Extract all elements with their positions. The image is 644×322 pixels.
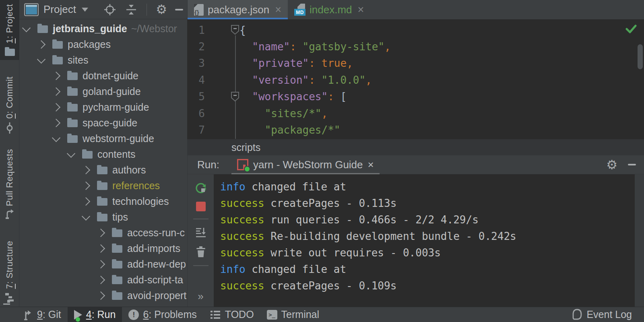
console-line: success Re-building development bundle -… [220, 228, 635, 244]
gear-icon[interactable]: ⚙ [156, 3, 167, 16]
code-token: true [322, 57, 347, 69]
statusbar-item-6-problems[interactable]: !6: Problems [122, 307, 203, 322]
statusbar-item-terminal[interactable]: >_Terminal [260, 307, 326, 322]
chevron-down-icon[interactable] [37, 55, 45, 64]
tree-row-tips[interactable]: tips [19, 209, 187, 225]
chevron-right-icon[interactable] [97, 276, 105, 284]
code-token: "packages/*" [265, 124, 341, 136]
stop-icon[interactable] [196, 202, 206, 211]
chevron-down-icon[interactable] [82, 212, 90, 221]
close-icon[interactable]: × [368, 159, 374, 171]
chevron-right-icon[interactable] [52, 103, 60, 111]
chevron-right-icon[interactable] [52, 87, 60, 96]
folder-icon [97, 198, 107, 206]
stripe-item-0-commit[interactable]: 0: Commit [0, 72, 19, 138]
stripe-item-1-project[interactable]: 1: Project [0, 0, 19, 60]
more-actions-icon[interactable]: » [198, 290, 203, 303]
code-token [239, 91, 252, 103]
chevron-right-icon[interactable] [52, 119, 60, 127]
statusbar-item-label: 4: Run [86, 309, 116, 320]
console-tag-success: success [220, 214, 264, 226]
code-token [239, 124, 265, 136]
editor-tab-package-json[interactable]: package.json× [188, 0, 288, 19]
close-icon[interactable]: × [275, 4, 281, 16]
toolbar-separator [147, 4, 147, 16]
tree-row-avoid-propert[interactable]: avoid-propert [19, 288, 187, 303]
statusbar-item-4-run[interactable]: 4: Run [68, 307, 122, 322]
tree-row-access-run-c[interactable]: access-run-c [19, 225, 187, 241]
npm-run-icon [237, 159, 248, 170]
chevron-right-icon[interactable] [82, 182, 90, 190]
chevron-down-icon[interactable] [22, 24, 31, 32]
console-tag-success: success [220, 247, 264, 259]
toolbar-divider [193, 265, 208, 266]
chevron-right-icon[interactable] [82, 197, 90, 206]
tree-row-contents[interactable]: contents [19, 147, 187, 162]
tree-row-dotnet-guide[interactable]: dotnet-guide [19, 68, 187, 84]
stripe-item-pull-requests[interactable]: Pull Requests [0, 145, 19, 224]
tree-row-add-new-dep[interactable]: add-new-dep [19, 256, 187, 272]
breadcrumbs: scripts [187, 139, 644, 155]
hide-panel-icon[interactable] [628, 164, 636, 165]
tool-window-switcher-icon[interactable] [2, 299, 11, 306]
rerun-icon[interactable] [194, 182, 207, 194]
console-line: info changed file at [220, 178, 635, 195]
editor-tab-index-md[interactable]: MDindex.md× [288, 0, 370, 19]
gear-icon[interactable]: ⚙ [606, 159, 617, 171]
folder-icon [82, 151, 93, 159]
chevron-down-icon[interactable] [67, 149, 75, 158]
tree-row-add-imports[interactable]: add-imports [19, 241, 187, 256]
chevron-right-icon[interactable] [97, 229, 105, 237]
chevron-right-icon[interactable] [52, 72, 60, 80]
statusbar-item-todo[interactable]: TODO [203, 307, 260, 322]
tree-row-packages[interactable]: packages [19, 37, 187, 52]
close-icon[interactable]: × [358, 4, 364, 16]
stripe-item-7-structure[interactable]: 7: Structure [0, 237, 19, 306]
chevron-right-icon[interactable] [97, 244, 105, 253]
tree-row-goland-guide[interactable]: goland-guide [19, 84, 187, 99]
fold-marker-icon[interactable] [230, 25, 240, 35]
project-view-icon [24, 3, 39, 16]
tree-row-technologies[interactable]: technologies [19, 194, 187, 209]
chevron-down-icon[interactable] [82, 8, 88, 12]
project-panel-title[interactable]: Project [43, 3, 76, 16]
fold-marker-icon[interactable] [230, 91, 240, 102]
code-line: 6 "sites/*", [187, 105, 644, 122]
console-text: changed file at [246, 263, 346, 275]
chevron-right-icon[interactable] [97, 291, 105, 300]
run-config-tab[interactable]: yarn - WebStorm Guide × [231, 155, 380, 174]
locate-file-icon[interactable] [103, 3, 117, 17]
clear-console-icon[interactable] [195, 246, 206, 258]
tree-row-pycharm-guide[interactable]: pycharm-guide [19, 99, 187, 115]
console-line: success run queries - 0.466s - 2/2 4.29/… [220, 211, 635, 228]
console-text: createPages - 0.109s [264, 280, 397, 292]
statusbar-item-event-log[interactable]: Event Log [566, 307, 638, 322]
console-text: write out requires - 0.003s [264, 247, 441, 259]
run-config-tab-label: yarn - WebStorm Guide [253, 159, 363, 171]
chevron-right-icon[interactable] [97, 260, 105, 268]
chevron-right-icon[interactable] [82, 166, 90, 174]
tree-row-authors[interactable]: authors [19, 162, 187, 178]
collapse-all-icon[interactable] [125, 4, 138, 16]
breadcrumb-item[interactable]: scripts [231, 142, 260, 153]
code-token: , [365, 74, 372, 86]
inspections-ok-icon[interactable] [625, 24, 637, 34]
tree-row-jetbrains-guide[interactable]: jetbrains_guide~/Webstor [19, 21, 187, 37]
tree-row-add-script-ta[interactable]: add-script-ta [19, 272, 187, 288]
line-number: 4 [187, 74, 205, 86]
git-branch-icon [23, 309, 33, 320]
code-token: , [322, 107, 328, 120]
chevron-right-icon[interactable] [37, 40, 45, 49]
tree-row-references[interactable]: references [19, 178, 187, 194]
hide-panel-icon[interactable] [175, 9, 183, 10]
tree-row-space-guide[interactable]: space-guide [19, 115, 187, 131]
tree-row-webstorm-guide[interactable]: webstorm-guide [19, 131, 187, 147]
editor-scrollbar[interactable] [638, 44, 643, 69]
editor-tab-bar: package.json×MDindex.md× [187, 0, 644, 19]
chevron-down-icon[interactable] [52, 134, 60, 142]
tree-item-label: tips [112, 211, 128, 223]
statusbar-item-9-git[interactable]: 9: Git [16, 307, 68, 322]
code-line: 5 "workspaces": [ [187, 89, 644, 105]
scroll-to-end-icon[interactable] [195, 227, 207, 239]
tree-row-sites[interactable]: sites [19, 52, 187, 68]
